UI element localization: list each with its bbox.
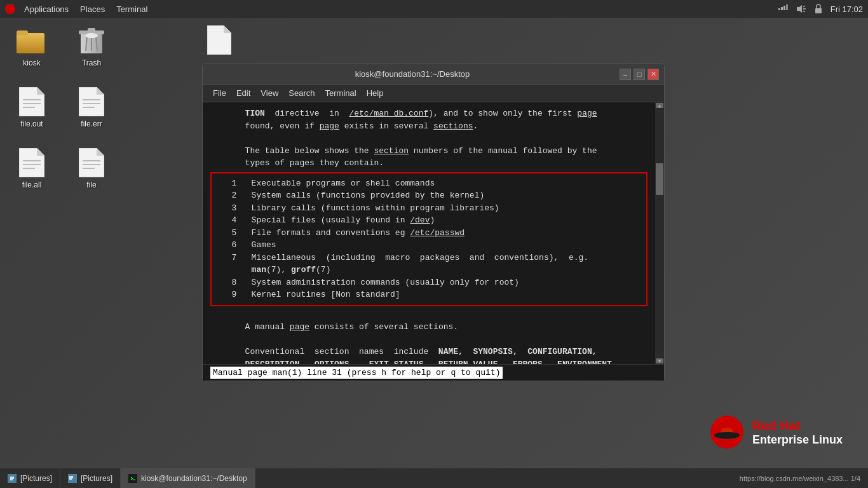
desktop-icon-unnamed[interactable]	[203, 25, 235, 55]
content-line-blank2	[210, 334, 648, 346]
svg-rect-10	[17, 33, 44, 53]
file-all-label: file.all	[22, 180, 42, 189]
svg-marker-21	[37, 87, 44, 95]
redhat-logo: Red Hat Enterprise Linux	[710, 415, 843, 450]
taskbar-label-1: [Pictures]	[20, 474, 52, 483]
svg-point-19	[85, 33, 98, 38]
content-line-manual: A manual page consists of several sectio…	[210, 321, 648, 334]
svg-rect-3	[786, 4, 788, 10]
trash-icon	[78, 25, 105, 56]
file-err-label: file.err	[81, 119, 102, 128]
section-7: 7 Miscellaneous (including macro package…	[217, 252, 641, 264]
taskbar-item-3[interactable]: kiosk@foundation31:~/Desktop	[121, 468, 255, 488]
page-link3: page	[290, 322, 309, 332]
desktop-icon-file-all[interactable]: file.all	[6, 147, 57, 189]
network-icon	[777, 3, 789, 15]
section-link: section	[374, 146, 409, 156]
file-out-icon	[19, 87, 44, 116]
taskbar-label-2: [Pictures]	[81, 474, 112, 483]
redhat-icon	[710, 415, 745, 450]
section-9: 9 Kernel routines [Non standard]	[217, 288, 641, 301]
places-menu[interactable]: Places	[75, 3, 110, 15]
section-4: 4 Special files (usually found in /dev)	[217, 214, 641, 227]
content-line-4: The table below shows the section number…	[210, 145, 648, 158]
passwd-link: /etc/passwd	[410, 228, 465, 238]
svg-rect-2	[783, 6, 785, 10]
taskbar-icon-3	[128, 474, 137, 483]
lock-icon	[813, 3, 824, 15]
taskbar-label-3: kiosk@foundation31:~/Desktop	[141, 474, 247, 483]
terminal-scrollbar[interactable]: ▲ ▼	[655, 102, 664, 364]
section-1: 1 Executable programs or shell commands	[217, 177, 641, 190]
terminal-menu-edit[interactable]: Edit	[231, 87, 255, 99]
redhat-line2: Enterprise Linux	[752, 433, 843, 447]
svg-marker-36	[97, 148, 104, 156]
file-all-icon	[19, 148, 44, 177]
terminal-menu-view[interactable]: View	[255, 87, 283, 99]
folder-icon	[17, 27, 47, 55]
redhat-text-block: Red Hat Enterprise Linux	[752, 419, 843, 447]
svg-marker-31	[37, 148, 44, 156]
svg-line-7	[803, 11, 805, 12]
mandb-link: /etc/man_db.conf	[349, 109, 428, 118]
terminal-menu[interactable]: Terminal	[111, 3, 153, 15]
taskbar-right: https://blog.csdn.me/weixin_4383... 1/4	[732, 475, 868, 482]
desktop-icon-file-out[interactable]: file.out	[6, 86, 57, 128]
terminal-title: kiosk@foundation31:~/Desktop	[208, 69, 617, 79]
section-7b: man(7), groff(7)	[217, 264, 641, 276]
svg-rect-0	[778, 8, 780, 10]
svg-line-5	[803, 6, 805, 7]
file-icon	[79, 148, 104, 177]
svg-rect-1	[781, 7, 783, 10]
taskbar-file-icon-1	[9, 475, 15, 482]
terminal-maximize-btn[interactable]: □	[634, 69, 645, 80]
content-line-3	[210, 132, 648, 145]
svg-marker-4	[797, 5, 802, 13]
terminal-status-text: Manual page man(1) line 31 (press h for …	[210, 367, 503, 379]
groff7-bold: groff	[291, 265, 316, 274]
desktop-icon-file[interactable]: file	[66, 147, 117, 189]
applications-menu[interactable]: Applications	[19, 3, 74, 15]
svg-point-46	[714, 432, 740, 438]
svg-rect-11	[17, 30, 28, 36]
content-line-5: types of pages they contain.	[210, 157, 648, 170]
man7-bold: man	[252, 265, 266, 274]
file-label: file	[86, 180, 96, 189]
desktop-icon-file-err[interactable]: file.err	[66, 86, 117, 128]
section-6: 6 Games	[217, 239, 641, 252]
terminal-menu-file[interactable]: File	[208, 87, 231, 99]
terminal-content-wrapper: TION directive in /etc/man_db.conf), and…	[203, 102, 664, 364]
svg-marker-26	[97, 87, 104, 95]
sections-link: sections	[433, 121, 473, 131]
content-conv2: DESCRIPTION, OPTIONS, EXIT STATUS, RETUR…	[210, 358, 648, 365]
desc-bold: DESCRIPTION, OPTIONS, EXIT STATUS, RETUR…	[245, 360, 617, 365]
terminal-menu-terminal[interactable]: Terminal	[320, 87, 362, 99]
top-bar-left: Applications Places Terminal	[5, 3, 153, 15]
terminal-menu-help[interactable]: Help	[362, 87, 389, 99]
name-bold: NAME, SYNOPSIS, CONFIGURATION,	[438, 347, 597, 356]
taskbar-terminal-icon	[130, 475, 136, 482]
section-3: 3 Library calls (functions within progra…	[217, 202, 641, 215]
page-link2: page	[320, 121, 339, 131]
section-5: 5 File formats and conventions eg /etc/p…	[217, 227, 641, 240]
terminal-menubar: File Edit View Search Terminal Help	[203, 85, 664, 102]
volume-icon	[795, 3, 806, 15]
desktop-icon-trash[interactable]: Trash	[66, 25, 117, 67]
desktop-icon-kiosk[interactable]: kiosk	[6, 25, 57, 67]
terminal-close-btn[interactable]: ✕	[648, 69, 659, 80]
dev-link: /dev	[410, 215, 430, 225]
svg-rect-15	[88, 28, 95, 32]
content-line-2: found, even if page exists in several se…	[210, 120, 648, 133]
terminal-minimize-btn[interactable]: –	[620, 69, 631, 80]
section-table-box: 1 Executable programs or shell commands …	[210, 172, 648, 306]
taskbar-item-2[interactable]: [Pictures]	[60, 468, 121, 488]
page-link1: page	[577, 109, 597, 118]
svg-rect-8	[815, 8, 822, 13]
content-line-page	[210, 309, 648, 322]
clock: Fri 17:02	[831, 4, 863, 14]
taskbar-item-1[interactable]: [Pictures]	[0, 468, 60, 488]
terminal-titlebar: kiosk@foundation31:~/Desktop – □ ✕	[203, 64, 664, 85]
terminal-menu-search[interactable]: Search	[283, 87, 320, 99]
taskbar-icon-1	[8, 474, 17, 483]
terminal-text-area[interactable]: TION directive in /etc/man_db.conf), and…	[203, 102, 655, 364]
